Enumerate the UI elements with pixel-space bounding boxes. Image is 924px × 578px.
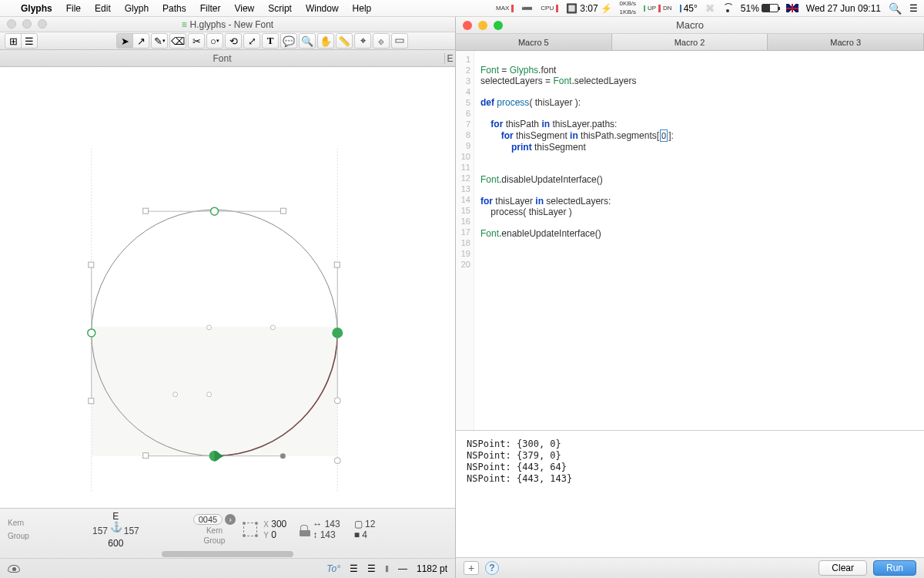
macro-footer: + ? Clear Run (456, 557, 924, 578)
input-source-flag[interactable] (786, 4, 798, 12)
handle-count: ■ 4 (354, 529, 376, 540)
node-count: ▢ 12 (354, 519, 376, 529)
battery-status[interactable]: 51% (741, 3, 778, 14)
plugin-tool-1[interactable]: ⌖ (354, 33, 371, 49)
grid-view-icon[interactable]: ⊞ (5, 33, 22, 49)
stat-minus[interactable]: ➖ (521, 3, 533, 14)
macro-tab-2[interactable]: Macro 2 (612, 34, 768, 50)
annotation-tool[interactable]: 💬 (280, 33, 297, 49)
measure-tool[interactable]: 📏 (336, 33, 353, 49)
minimize-button[interactable] (22, 19, 32, 29)
x-coord[interactable]: X 300 (263, 519, 286, 529)
select-b-tool[interactable]: ↗ (132, 33, 149, 49)
kern-label-r: Kern (206, 526, 223, 535)
help-button[interactable]: ? (485, 561, 499, 575)
svg-rect-0 (396, 39, 403, 42)
unicode-pill[interactable]: 0045› (193, 514, 236, 526)
macro-window: Macro Macro 5 Macro 2 Macro 3 1234567891… (456, 17, 924, 578)
tab-font[interactable]: Font (0, 53, 444, 64)
code-editor[interactable]: 1234567891011121314151617181920 Font = G… (456, 51, 924, 430)
plugin-tool-2[interactable]: ⟐ (373, 33, 390, 49)
macro-tab-3[interactable]: Macro 3 (768, 34, 924, 50)
zoom-button[interactable] (494, 21, 503, 30)
menu-script[interactable]: Script (261, 0, 299, 17)
hand-tool[interactable]: ✋ (317, 33, 334, 49)
glyphs-titlebar[interactable]: ≡ H.glyphs - New Font (0, 17, 455, 32)
rotate-tool[interactable]: ⟲ (225, 33, 242, 49)
list-view-icon[interactable]: ☰ (21, 33, 38, 49)
align-right-icon[interactable]: ☰ (367, 563, 376, 574)
dx-value[interactable]: ↔ 143 (313, 519, 340, 529)
code-content[interactable]: Font = Glyphs.font selectedLayers = Font… (474, 51, 680, 430)
spotlight-icon[interactable]: 🔍 (889, 2, 902, 15)
notification-center-icon[interactable]: ☰ (909, 3, 918, 14)
scale-tool[interactable]: ⤢ (243, 33, 260, 49)
glyphs-tabbar[interactable]: Font E (0, 50, 455, 67)
svg-point-8 (211, 207, 219, 215)
close-button[interactable] (7, 19, 16, 29)
transform-origin[interactable]: To° (326, 563, 340, 574)
zoom-tool[interactable]: 🔍 (299, 33, 316, 49)
menu-edit[interactable]: Edit (88, 0, 118, 17)
y-coord[interactable]: Y 0 (263, 529, 286, 540)
view-mode-segment[interactable]: ⊞ ☰ (5, 33, 38, 49)
text-tool[interactable]: T (262, 33, 279, 49)
select-tool[interactable]: ➤ (116, 33, 133, 49)
stat-temp[interactable]: 45° (680, 3, 698, 14)
close-button[interactable] (463, 21, 472, 30)
minimize-button[interactable] (478, 21, 487, 30)
add-macro-button[interactable]: + (464, 561, 479, 575)
kern-info[interactable]: 157 157 (92, 523, 139, 536)
advance-width[interactable]: 600 (108, 538, 123, 549)
features-icon[interactable]: ⦀ (385, 563, 389, 574)
stat-net[interactable]: 0KB/s1KB/s (620, 1, 636, 15)
macro-titlebar[interactable]: Macro (456, 17, 924, 34)
svg-point-18 (334, 398, 340, 404)
knife-tool[interactable]: ✂ (188, 33, 205, 49)
group-label-r: Group (204, 536, 226, 545)
erase-tool[interactable]: ⌫ (169, 33, 186, 49)
menu-glyph[interactable]: Glyph (118, 0, 156, 17)
align-left-icon[interactable]: ☰ (350, 563, 358, 574)
macro-tab-5[interactable]: Macro 5 (456, 34, 612, 50)
glyphs-toolbar: ⊞ ☰ ➤ ↗ ✎▾ ⌫ ✂ ○▾ ⟲ ⤢ T 💬 🔍 ✋ 📏 ⌖ ⟐ (0, 32, 455, 50)
clock[interactable]: Wed 27 Jun 09:11 (806, 3, 881, 14)
preview-eye-icon[interactable] (8, 565, 20, 573)
svg-point-23 (207, 325, 212, 330)
svg-rect-14 (143, 453, 149, 459)
draw-tool[interactable]: ✎▾ (151, 33, 168, 49)
stat-battery-time[interactable]: 🔲 3:07 ⚡ (566, 3, 611, 14)
clear-button[interactable]: Clear (819, 560, 867, 576)
menu-paths[interactable]: Paths (156, 0, 193, 17)
tab-e[interactable]: E (444, 53, 455, 64)
line-gutter: 1234567891011121314151617181920 (456, 51, 474, 430)
stat-meter-1[interactable]: MAX (496, 5, 514, 12)
menu-filter[interactable]: Filter (193, 0, 228, 17)
svg-rect-6 (143, 208, 149, 213)
window-title: ≡ H.glyphs - New Font (0, 18, 455, 30)
run-button[interactable]: Run (873, 560, 916, 576)
macos-menubar: Glyphs File Edit Glyph Paths Filter View… (0, 0, 924, 17)
stat-bars[interactable]: UPDN (644, 5, 672, 12)
glyph-info-panel: Kern Group E 157 157 600 0045› Kern Grou… (0, 508, 455, 578)
macro-tabbar: Macro 5 Macro 2 Macro 3 (456, 34, 924, 51)
menu-file[interactable]: File (59, 0, 88, 17)
horizontal-scrollbar[interactable] (8, 551, 447, 557)
bluetooth-icon[interactable]: ⌘ (705, 3, 715, 14)
menu-window[interactable]: Window (299, 0, 346, 17)
wifi-icon[interactable] (722, 5, 733, 12)
menu-help[interactable]: Help (346, 0, 379, 17)
menu-view[interactable]: View (227, 0, 261, 17)
zoom-level[interactable]: 1182 pt (417, 563, 447, 574)
bounding-box-icon[interactable] (243, 523, 257, 536)
zoom-button[interactable] (38, 19, 47, 29)
lock-icon[interactable] (300, 525, 308, 531)
macro-output[interactable]: NSPoint: {300, 0} NSPoint: {379, 0} NSPo… (456, 430, 924, 557)
svg-point-26 (173, 392, 178, 397)
dimensions-tool[interactable] (391, 33, 408, 49)
stat-meter-2[interactable]: CPU (541, 5, 558, 12)
primitive-tool[interactable]: ○▾ (206, 33, 223, 49)
glyph-canvas[interactable] (0, 67, 455, 508)
dy-value[interactable]: ↕ 143 (313, 529, 340, 540)
app-menu[interactable]: Glyphs (14, 0, 59, 17)
